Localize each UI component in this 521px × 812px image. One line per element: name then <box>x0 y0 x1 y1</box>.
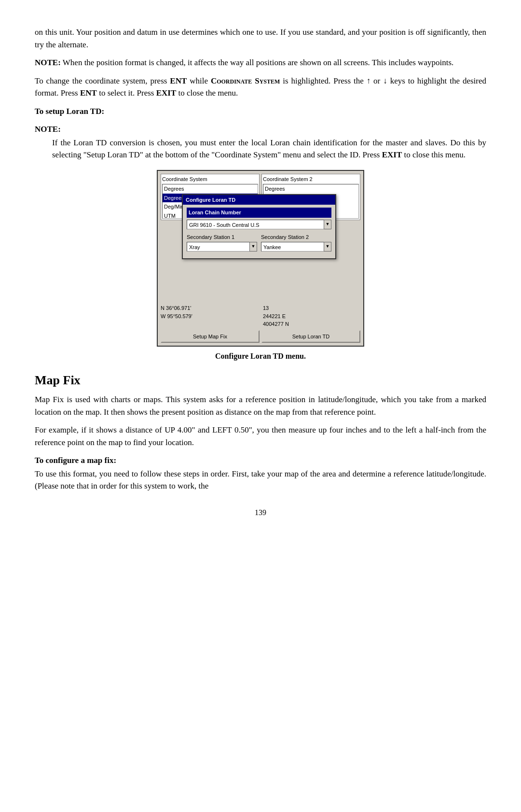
loran-titlebar: Configure Loran TD <box>183 195 335 205</box>
para2-mid: while <box>187 76 211 85</box>
coord-utm-col: 13 244221 E 4004277 N <box>263 304 360 328</box>
para2-ent2: ENT <box>80 88 97 98</box>
note1-body: When the position format is changed, it … <box>61 58 453 67</box>
setup-loran-td-button[interactable]: Setup Loran TD <box>261 330 360 343</box>
coord2-item-degrees[interactable]: Degrees <box>263 184 358 194</box>
figure-container: Coordinate System Degrees Degrees/Minute… <box>35 170 486 363</box>
para2-sel: to select it. Press <box>97 88 156 98</box>
secondary-station1-dropdown-icon[interactable]: ▼ <box>249 242 257 252</box>
secondary-station1-label: Secondary Station 1 <box>187 233 257 241</box>
note2-end: to close this menu. <box>402 150 466 159</box>
setup-map-fix-button[interactable]: Setup Map Fix <box>161 330 260 343</box>
secondary-station2-dropdown-icon[interactable]: ▼ <box>324 242 331 252</box>
figure-caption: Configure Loran TD menu. <box>215 350 306 362</box>
setup-loran-heading: To setup Loran TD: <box>35 105 486 118</box>
coord-item-degrees[interactable]: Degrees <box>163 184 258 194</box>
configure-p1: To use this format, you need to follow t… <box>35 468 486 492</box>
secondary-station2-col: Secondary Station 2 Yankee ▼ <box>261 233 331 252</box>
coord-w: W 95°50.579' <box>161 312 258 321</box>
note2-label: NOTE: <box>35 123 486 136</box>
para2-coord: Coordinate System <box>211 76 280 85</box>
para2-end: to close the menu. <box>176 88 238 98</box>
loran-chain-row[interactable]: GRI 9610 - South Central U.S ▼ <box>187 220 331 229</box>
coord-nw-col: N 36°06.971' W 95°50.579' <box>161 304 258 328</box>
dialog-outer: Coordinate System Degrees Degrees/Minute… <box>157 170 364 347</box>
secondary-station2-select-row[interactable]: Yankee ▼ <box>261 242 331 252</box>
page-number: 139 <box>35 507 486 518</box>
loran-chain-label: Loran Chain Number <box>187 208 331 218</box>
note2-block: If the Loran TD conversion is chosen, yo… <box>52 137 486 161</box>
intro-paragraph: on this unit. Your position and datum in… <box>35 26 486 51</box>
para2-paragraph: To change the coordinate system, press E… <box>35 75 486 99</box>
dialog-bottom: N 36°06.971' W 95°50.579' 13 244221 E 40… <box>158 302 363 346</box>
configure-heading: To configure a map fix: <box>35 454 486 467</box>
note1-paragraph: NOTE: When the position format is change… <box>35 56 486 69</box>
coord-system-label: Coordinate System <box>162 175 258 183</box>
secondary-station1-select-row[interactable]: Xray ▼ <box>187 242 257 252</box>
secondary-stations-row: Secondary Station 1 Xray ▼ Secondary Sta… <box>187 233 331 252</box>
coord-e2: 244221 E <box>263 312 360 321</box>
coord-system2-label: Coordinate System 2 <box>263 175 359 183</box>
secondary-station2-label: Secondary Station 2 <box>261 233 331 241</box>
secondary-station2-select[interactable]: Yankee <box>261 242 324 252</box>
loran-chain-dropdown-icon[interactable]: ▼ <box>324 220 331 229</box>
loran-chain-select[interactable]: GRI 9610 - South Central U.S <box>187 220 324 229</box>
map-fix-heading: Map Fix <box>35 371 486 390</box>
loran-overlay: Configure Loran TD Loran Chain Number GR… <box>182 194 336 260</box>
secondary-station1-select[interactable]: Xray <box>187 242 250 252</box>
secondary-station1-col: Secondary Station 1 Xray ▼ <box>187 233 257 252</box>
para2-ent: ENT <box>170 76 187 85</box>
loran-body: Loran Chain Number GRI 9610 - South Cent… <box>183 205 335 258</box>
note1-label: NOTE: <box>35 58 61 67</box>
coord-n2: 4004277 N <box>263 320 360 328</box>
map-fix-p1: Map Fix is used with charts or maps. Thi… <box>35 393 486 418</box>
dialog-buttons-row: Setup Map Fix Setup Loran TD <box>161 330 360 343</box>
para2-text1: To change the coordinate system, press <box>35 76 170 85</box>
coord-n: N 36°06.971' <box>161 304 258 312</box>
map-fix-p2: For example, if it shows a distance of U… <box>35 424 486 448</box>
note2-exit: EXIT <box>382 150 402 159</box>
coord-e1: 13 <box>263 304 360 312</box>
page-content: on this unit. Your position and datum in… <box>35 26 486 518</box>
coords-row: N 36°06.971' W 95°50.579' 13 244221 E 40… <box>161 304 360 328</box>
para2-exit: EXIT <box>156 88 177 98</box>
